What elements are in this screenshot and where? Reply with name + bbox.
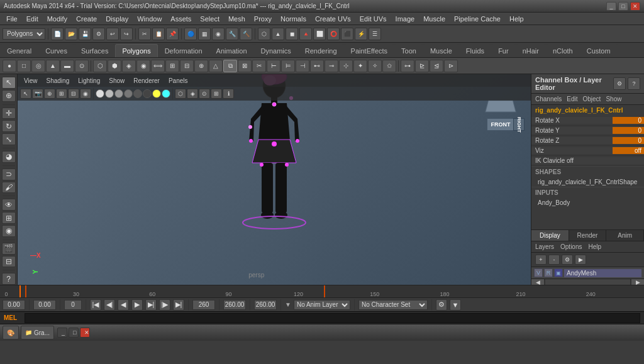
vp-render-btn[interactable]: ◈ — [187, 89, 198, 99]
vp-menu-renderer[interactable]: Renderer — [130, 76, 164, 85]
timeline-playhead[interactable] — [19, 285, 21, 297]
insert-icon[interactable]: ⊢ — [267, 60, 280, 72]
menu-create-uvs[interactable]: Create UVs — [311, 14, 355, 24]
tab-surfaces[interactable]: Surfaces — [74, 44, 115, 57]
tab-animation[interactable]: Animation — [209, 44, 254, 57]
step-input[interactable] — [64, 300, 82, 310]
tb-btn-11[interactable]: 🔨 — [240, 28, 252, 40]
relax-icon[interactable]: ✧ — [368, 60, 382, 72]
reduce-icon[interactable]: △ — [209, 60, 223, 72]
anim-options-btn[interactable]: ▼ — [450, 299, 461, 311]
bool-icon[interactable]: ⊕ — [194, 60, 208, 72]
menu-image[interactable]: Image — [392, 14, 419, 24]
tab-toon[interactable]: Toon — [394, 44, 423, 57]
fill-icon[interactable]: ◈ — [122, 60, 136, 72]
sphere-icon[interactable]: ● — [3, 60, 16, 72]
mode-select[interactable]: Polygons — [3, 28, 45, 40]
end-frame-input2[interactable] — [223, 300, 246, 310]
tb-btn-2[interactable]: ↩ — [106, 28, 119, 40]
tb-btn-6[interactable]: 📌 — [166, 28, 179, 40]
prev-frame-btn[interactable]: ◀ — [118, 299, 129, 311]
snap-icon[interactable]: ⊶ — [401, 60, 414, 72]
tb-btn-9[interactable]: ◉ — [212, 28, 225, 40]
append-icon[interactable]: ⧉ — [223, 60, 237, 72]
snap4-icon[interactable]: ⊳ — [444, 60, 458, 72]
tab-general[interactable]: General — [0, 44, 38, 57]
step-back-btn[interactable]: ◀| — [104, 299, 115, 311]
channel-ik-clavicle[interactable]: IK Clavicle off — [531, 156, 644, 166]
light-sphere-4[interactable] — [124, 89, 133, 98]
slide-icon[interactable]: ⊣ — [296, 60, 309, 72]
taskbar-restore-btn[interactable]: □ — [69, 328, 79, 338]
start-frame-input[interactable] — [33, 300, 56, 310]
light-sphere-1[interactable] — [96, 89, 104, 98]
go-to-end-btn[interactable]: ▶| — [173, 299, 184, 311]
current-frame-input[interactable] — [3, 300, 25, 310]
layer-v-check[interactable]: V — [534, 268, 543, 277]
play-btn[interactable]: ▶ — [131, 299, 143, 311]
layer-anim-btn[interactable]: ▶ — [575, 255, 586, 265]
vp-menu-show[interactable]: Show — [105, 76, 128, 85]
snap2-icon[interactable]: ⊵ — [415, 60, 429, 72]
layer-settings-btn[interactable]: ⚙ — [562, 255, 573, 265]
cb-help-btn[interactable]: ? — [628, 77, 640, 90]
save-scene-button[interactable]: 💾 — [79, 28, 91, 40]
character-set-select[interactable]: No Character Set — [358, 300, 428, 310]
menu-muscle[interactable]: Muscle — [419, 14, 449, 24]
menu-display[interactable]: Display — [102, 14, 132, 24]
menu-window[interactable]: Window — [133, 14, 165, 24]
vp-camera-btn[interactable]: 📷 — [32, 89, 43, 99]
show-hide-tool[interactable]: 👁 — [2, 199, 16, 211]
vp-tool-btn[interactable]: ⬡ — [175, 89, 186, 99]
menu-normals[interactable]: Normals — [277, 14, 310, 24]
mirror-icon[interactable]: ⟺ — [151, 60, 165, 72]
tb-btn-4[interactable]: ✂ — [138, 28, 151, 40]
maximize-button[interactable]: □ — [618, 2, 628, 11]
workspace-tool[interactable]: ⊟ — [2, 256, 16, 268]
cube-top[interactable] — [485, 101, 516, 113]
tab-rendering[interactable]: Rendering — [298, 44, 344, 57]
light-sphere-5[interactable] — [133, 89, 142, 98]
end-frame-input[interactable] — [192, 300, 215, 310]
taskbar-minimize-btn[interactable]: _ — [57, 328, 67, 338]
tab-painteffects[interactable]: PaintEffects — [344, 44, 395, 57]
channel-viz[interactable]: Viz off — [531, 146, 644, 156]
cone-icon[interactable]: ▲ — [46, 60, 60, 72]
open-scene-button[interactable]: 📂 — [65, 28, 77, 40]
tab-custom[interactable]: Custom — [580, 44, 618, 57]
lasso-tool[interactable]: ⊃ — [2, 168, 16, 180]
tb-btn-10[interactable]: 🔧 — [226, 28, 238, 40]
menu-pipeline-cache[interactable]: Pipeline Cache — [450, 14, 504, 24]
channel-rotate-y-value[interactable]: 0 — [613, 127, 644, 134]
scroll-left-btn[interactable]: ◀ — [531, 279, 544, 285]
vp-smooth-btn[interactable]: ◉ — [80, 89, 91, 99]
go-to-start-btn[interactable]: |◀ — [90, 299, 101, 311]
move-tool[interactable]: ✛ — [2, 108, 16, 119]
layer-icon-check[interactable]: ▣ — [554, 268, 563, 277]
tab-polygons[interactable]: Polygons — [115, 44, 157, 57]
channel-rotate-z-value[interactable]: 0 — [613, 137, 644, 144]
scale-tool[interactable]: ⤡ — [2, 133, 16, 145]
tb-btn-14[interactable]: ◼ — [286, 28, 298, 40]
layer-delete-btn[interactable]: - — [548, 255, 560, 265]
scroll-right-btn[interactable]: ▶ — [631, 279, 644, 285]
smooth-icon[interactable]: ◉ — [136, 60, 150, 72]
next-frame-btn[interactable]: ▶| — [145, 299, 157, 311]
tb-btn-15[interactable]: 🔺 — [299, 28, 312, 40]
tb-btn-18[interactable]: ⬛ — [341, 28, 353, 40]
vp-menu-view[interactable]: View — [20, 76, 42, 85]
vp-isolate-btn[interactable]: ⊙ — [199, 89, 210, 99]
cb-show-menu[interactable]: Show — [606, 96, 621, 102]
taskbar-app-1[interactable]: 📁 Gra... — [21, 326, 54, 339]
light-sphere-8[interactable] — [162, 89, 170, 98]
extract-icon[interactable]: ⊠ — [238, 60, 252, 72]
tb-btn-8[interactable]: ▦ — [198, 28, 211, 40]
tab-nhair[interactable]: nHair — [516, 44, 546, 57]
torus-icon[interactable]: ⊙ — [75, 60, 89, 72]
snap3-icon[interactable]: ⊴ — [430, 60, 443, 72]
channel-viz-value[interactable]: off — [613, 147, 644, 154]
taskbar-icon[interactable]: 🎨 — [3, 326, 19, 339]
vp-res-btn[interactable]: ⊞ — [211, 89, 222, 99]
separate-icon[interactable]: ⊟ — [180, 60, 194, 72]
render-preview-tool[interactable]: 🎬 — [2, 243, 16, 255]
